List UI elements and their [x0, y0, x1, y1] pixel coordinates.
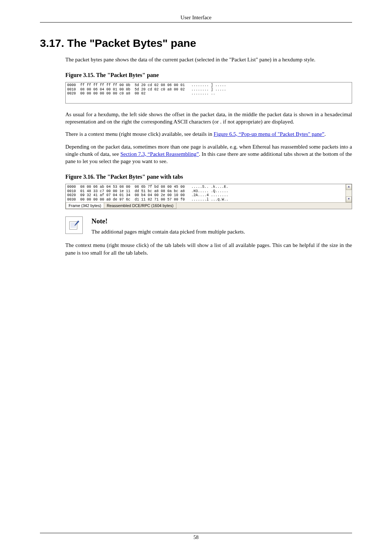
notepad-pencil-icon	[68, 219, 80, 231]
scroll-down-button[interactable]: ▼	[346, 197, 352, 202]
figure-315-caption: Figure 3.15. The "Packet Bytes" pane	[65, 72, 352, 78]
paragraph-intro: The packet bytes pane shows the data of …	[65, 56, 352, 63]
section-title-text: The "Packet Bytes" pane	[67, 37, 196, 49]
note-block: Note! The additional pages might contain…	[65, 216, 352, 235]
svg-rect-0	[69, 222, 77, 229]
header-title: User Interface	[180, 15, 211, 20]
vertical-scrollbar[interactable]: ▲ ▼	[346, 184, 352, 202]
section-number: 3.17.	[40, 37, 64, 49]
note-icon	[65, 216, 83, 234]
text: There is a context menu (right mouse cli…	[65, 131, 214, 137]
paragraph-tab-context: The context menu (right mouse click) of …	[65, 242, 352, 256]
hex-line: 0000 ff ff ff ff ff ff 00 0b 5d 20 cd 02…	[67, 83, 226, 87]
link-figure-6-5[interactable]: Figure 6.5, “Pop-up menu of "Packet Byte…	[214, 131, 324, 137]
note-text: The additional pages might contain data …	[91, 229, 245, 235]
page-number: 58	[193, 535, 199, 540]
tab-reassembled[interactable]: Reassembled DCE/RPC (1604 bytes)	[104, 203, 176, 209]
hex-line: 0020 00 00 00 00 00 00 c0 a8 00 02 .....…	[67, 92, 215, 96]
tab-frame[interactable]: Frame (342 bytes)	[66, 203, 104, 209]
section-heading: 3.17. The "Packet Bytes" pane	[40, 37, 352, 49]
hex-line: 0010 08 00 06 04 00 01 00 0b 5d 20 cd 02…	[67, 88, 226, 92]
hex-line: 0020 09 32 41 af 07 04 01 34 00 b4 04 00…	[67, 193, 228, 197]
hex-line: 0000 08 00 06 ab 04 53 08 00 06 6b 7f bd…	[67, 185, 228, 189]
hex-line: 0030 00 00 00 00 a0 de 97 6c d1 11 82 71…	[67, 198, 228, 202]
figure-316-caption: Figure 3.16. The "Packet Bytes" pane wit…	[65, 174, 352, 180]
tab-bar: Frame (342 bytes) Reassembled DCE/RPC (1…	[66, 202, 352, 209]
note-heading: Note!	[91, 217, 245, 225]
paragraph-context-menu: There is a context menu (right mouse cli…	[65, 130, 352, 138]
header-rule	[40, 22, 352, 23]
paragraph-reassembly: Depending on the packet data, sometimes …	[65, 143, 352, 165]
hexdump-pane-316: 0000 08 00 06 ab 04 53 08 00 06 6b 7f bd…	[65, 184, 352, 209]
page-footer: 58	[40, 533, 352, 540]
chevron-up-icon: ▲	[347, 185, 350, 188]
running-header: User Interface	[40, 15, 352, 22]
chevron-down-icon: ▼	[347, 197, 350, 200]
link-section-7-3[interactable]: Section 7.3, “Packet Reassembling”	[121, 151, 199, 157]
hexdump-text-area[interactable]: 0000 08 00 06 ab 04 53 08 00 06 6b 7f bd…	[66, 184, 346, 202]
hex-line: 0010 01 48 33 c7 00 00 1e 11 dd 51 bc a8…	[67, 189, 228, 193]
scroll-up-button[interactable]: ▲	[346, 184, 352, 190]
paragraph-hexdump-explain: As usual for a hexdump, the left side sh…	[65, 111, 352, 126]
hexdump-pane-315: 0000 ff ff ff ff ff ff 00 0b 5d 20 cd 02…	[65, 82, 352, 104]
scroll-track[interactable]	[346, 190, 352, 197]
text: .	[324, 131, 326, 137]
footer-rule	[40, 533, 352, 533]
